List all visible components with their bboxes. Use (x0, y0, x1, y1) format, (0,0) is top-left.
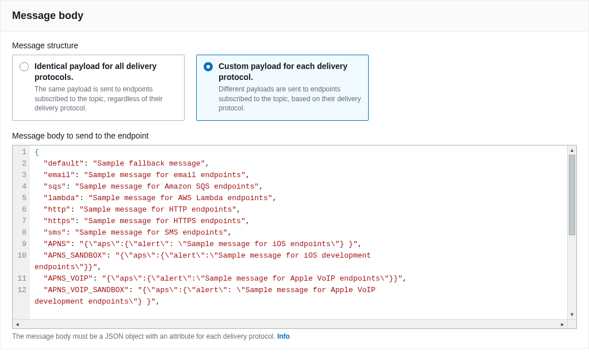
helper-msg: The message body must be a JSON object w… (12, 332, 277, 340)
scroll-down-icon[interactable]: ▼ (568, 310, 576, 319)
scroll-thumb[interactable] (569, 155, 575, 235)
radio-identical-payload[interactable]: Identical payload for all delivery proto… (12, 55, 185, 121)
vertical-scrollbar[interactable]: ▲ ▼ (567, 145, 576, 319)
helper-text: The message body must be a JSON object w… (12, 332, 577, 340)
code-gutter: 1 2 3 4 5 6 7 8 9 10 11 12 (13, 145, 30, 328)
message-structure-label: Message structure (12, 41, 577, 50)
code-content[interactable]: { "default": "Sample fallback message", … (30, 145, 567, 328)
radio-icon (20, 62, 29, 71)
info-link[interactable]: Info (277, 332, 290, 340)
radio-title: Identical payload for all delivery proto… (35, 61, 177, 83)
message-body-panel: Message body Message structure Identical… (0, 0, 589, 349)
editor-label: Message body to send to the endpoint (12, 131, 577, 140)
scroll-left-icon[interactable]: ◄ (13, 320, 22, 329)
radio-custom-payload[interactable]: Custom payload for each delivery protoco… (196, 55, 369, 121)
panel-header: Message body (1, 1, 588, 32)
code-editor-viewport: 1 2 3 4 5 6 7 8 9 10 11 12 { "default": … (13, 145, 567, 328)
panel-title: Message body (12, 10, 577, 22)
scroll-up-icon[interactable]: ▲ (568, 145, 576, 155)
scroll-corner (567, 319, 576, 328)
message-structure-options: Identical payload for all delivery proto… (12, 55, 577, 121)
scroll-track[interactable] (568, 155, 576, 310)
radio-icon (204, 62, 213, 71)
radio-title: Custom payload for each delivery protoco… (219, 61, 361, 83)
panel-body: Message structure Identical payload for … (1, 32, 588, 348)
radio-desc: Different payloads are sent to endpoints… (219, 85, 361, 113)
horizontal-scrollbar[interactable]: ◄ ► (13, 319, 576, 328)
code-editor[interactable]: 1 2 3 4 5 6 7 8 9 10 11 12 { "default": … (12, 145, 577, 329)
scroll-right-icon[interactable]: ► (558, 320, 567, 329)
radio-desc: The same payload is sent to endpoints su… (35, 85, 177, 113)
